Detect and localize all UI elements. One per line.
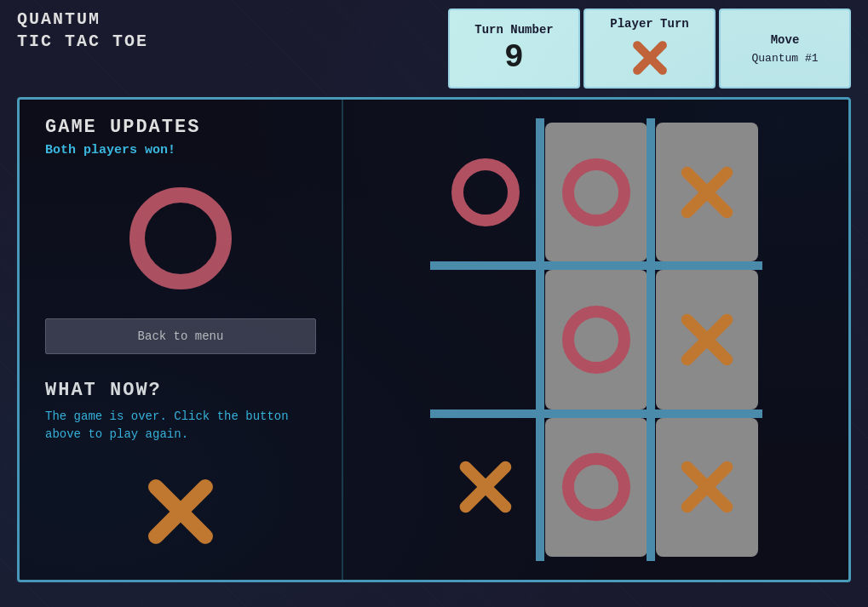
cell-2-1-symbol xyxy=(562,453,630,521)
cell-2-2-symbol xyxy=(673,453,741,521)
cell-1-1[interactable] xyxy=(545,270,647,409)
cell-2-0-symbol xyxy=(451,453,520,521)
what-now-description: The game is over. Click the button above… xyxy=(45,408,316,444)
cell-0-1-symbol xyxy=(562,158,630,226)
game-board xyxy=(430,118,762,561)
title-line1: QUANTUM xyxy=(17,9,148,31)
board-hline2 xyxy=(430,409,762,418)
o-symbol-large xyxy=(129,187,232,289)
cell-1-2[interactable] xyxy=(656,270,758,409)
cell-2-0[interactable] xyxy=(434,418,537,557)
main-area: GAME UPDATES Both players won! Back to m… xyxy=(17,97,851,582)
cell-0-0[interactable] xyxy=(434,123,537,261)
cell-2-2[interactable] xyxy=(656,418,758,557)
cell-2-1[interactable] xyxy=(545,418,647,557)
cell-1-0[interactable] xyxy=(434,270,537,409)
game-updates-section: GAME UPDATES Both players won! xyxy=(45,117,316,157)
game-updates-title: GAME UPDATES xyxy=(45,117,316,138)
symbol-display xyxy=(45,175,316,301)
cell-1-2-symbol xyxy=(673,306,741,374)
cell-0-0-symbol xyxy=(451,158,520,226)
game-title: QUANTUM TIC TAC TOE xyxy=(17,9,148,53)
x-symbol-large-bottom xyxy=(138,469,223,554)
what-now-title: WHAT NOW? xyxy=(45,380,316,401)
what-now-section: WHAT NOW? The game is over. Click the bu… xyxy=(45,380,316,444)
player-turn-label: Player Turn xyxy=(610,17,688,31)
player-turn-x-icon xyxy=(628,36,672,80)
player-turn-panel: Player Turn xyxy=(583,9,716,89)
move-label: Move xyxy=(771,33,800,47)
cell-0-1[interactable] xyxy=(545,123,647,261)
turn-number-value: 9 xyxy=(504,42,524,74)
board-hline1 xyxy=(430,261,762,270)
cell-0-2-symbol xyxy=(673,158,741,226)
game-status: Both players won! xyxy=(45,143,316,157)
turn-number-panel: Turn Number 9 xyxy=(448,9,580,89)
left-panel: GAME UPDATES Both players won! Back to m… xyxy=(20,100,343,580)
header: QUANTUM TIC TAC TOE Turn Number 9 Player… xyxy=(0,0,868,97)
info-panels: Turn Number 9 Player Turn Move Quantum #… xyxy=(448,9,851,89)
move-value: Quantum #1 xyxy=(751,52,818,65)
right-panel xyxy=(343,100,848,580)
turn-number-label: Turn Number xyxy=(474,23,553,37)
move-panel: Move Quantum #1 xyxy=(719,9,851,89)
back-to-menu-button[interactable]: Back to menu xyxy=(45,318,316,354)
cell-0-2[interactable] xyxy=(656,123,758,261)
board-vline2 xyxy=(647,118,655,561)
title-line2: TIC TAC TOE xyxy=(17,31,148,53)
cell-1-1-symbol xyxy=(562,306,630,374)
